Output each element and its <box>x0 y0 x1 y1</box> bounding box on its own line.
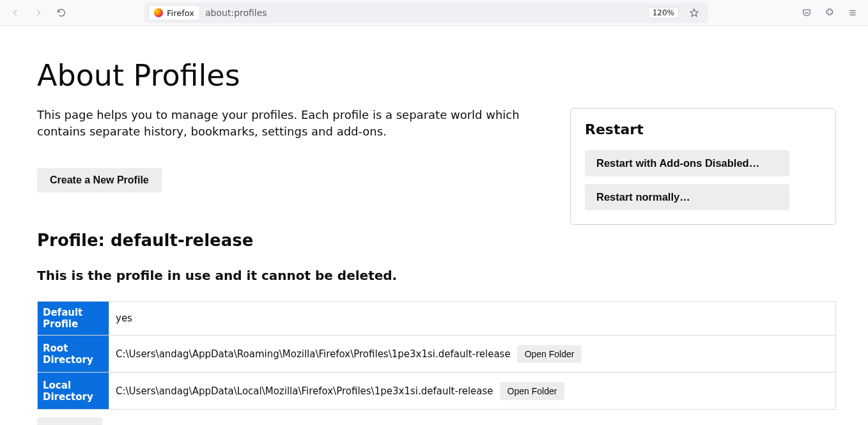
restart-heading: Restart <box>585 121 821 137</box>
site-identity-box[interactable]: Firefox <box>148 5 200 20</box>
table-row: Local Directory C:\Users\andag\AppData\L… <box>38 373 836 410</box>
site-identity-label: Firefox <box>167 8 194 18</box>
table-row: Default Profile yes <box>38 302 836 336</box>
profile-actions: Rename <box>37 417 836 425</box>
toolbar-right-icons <box>796 3 863 23</box>
restart-panel: Restart Restart with Add-ons Disabled… R… <box>570 108 836 225</box>
browser-toolbar: Firefox about:profiles 120% <box>0 0 868 26</box>
default-profile-label: Default Profile <box>38 302 109 336</box>
url-text: about:profiles <box>205 8 643 18</box>
restart-normally-button[interactable]: Restart normally… <box>585 184 789 210</box>
pocket-icon[interactable] <box>796 3 817 23</box>
root-directory-label: Root Directory <box>38 336 109 373</box>
root-directory-value: C:\Users\andag\AppData\Roaming\Mozilla\F… <box>116 348 511 360</box>
reload-button[interactable] <box>51 3 72 23</box>
profile-in-use-message: This is the profile in use and it cannot… <box>37 268 836 283</box>
open-root-folder-button[interactable]: Open Folder <box>517 345 582 363</box>
local-directory-label: Local Directory <box>38 373 109 410</box>
back-button[interactable] <box>5 3 26 23</box>
forward-button[interactable] <box>28 3 49 23</box>
firefox-icon <box>154 8 163 17</box>
address-bar[interactable]: Firefox about:profiles 120% <box>144 3 708 23</box>
restart-addons-disabled-button[interactable]: Restart with Add-ons Disabled… <box>585 150 789 176</box>
page-intro-text: This page helps you to manage your profi… <box>37 107 555 140</box>
page-content: About Profiles This page helps you to ma… <box>0 26 868 425</box>
table-row: Root Directory C:\Users\andag\AppData\Ro… <box>38 336 836 373</box>
page-title: About Profiles <box>37 58 836 93</box>
rename-profile-button[interactable]: Rename <box>37 417 102 425</box>
zoom-level-badge[interactable]: 120% <box>648 7 679 19</box>
local-directory-value: C:\Users\andag\AppData\Local\Mozilla\Fir… <box>116 385 493 397</box>
bookmark-star-icon[interactable] <box>684 3 704 23</box>
create-profile-button[interactable]: Create a New Profile <box>37 168 162 192</box>
open-local-folder-button[interactable]: Open Folder <box>500 382 565 400</box>
svg-marker-0 <box>690 9 698 17</box>
profile-heading: Profile: default-release <box>37 231 836 250</box>
profile-details-table: Default Profile yes Root Directory C:\Us… <box>37 301 836 410</box>
extensions-icon[interactable] <box>819 3 840 23</box>
app-menu-icon[interactable] <box>842 3 863 23</box>
default-profile-value: yes <box>109 302 836 336</box>
